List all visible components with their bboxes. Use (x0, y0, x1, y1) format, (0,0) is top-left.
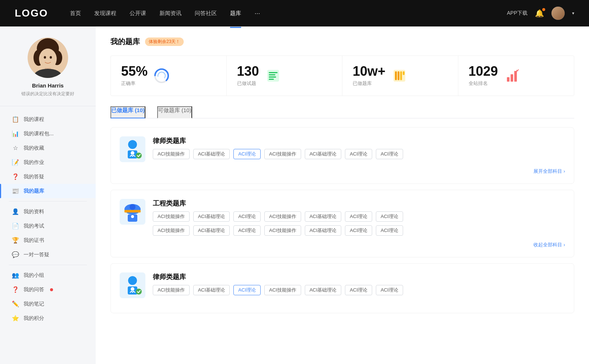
nav-qa[interactable]: 问答社区 (195, 8, 217, 18)
sidebar-item-label: 我的作业 (24, 159, 44, 166)
sidebar-item-label: 我的资料 (24, 208, 44, 215)
nav-home[interactable]: 首页 (70, 8, 81, 18)
qbank-footer-1: 展开全部科目 › (120, 168, 565, 175)
qbank-tag[interactable]: ACI基础理论 (305, 285, 342, 295)
nav-discover[interactable]: 发现课程 (94, 8, 116, 18)
qbank-tag-active[interactable]: ACI理论 (233, 285, 261, 295)
expand-button-1[interactable]: 展开全部科目 › (533, 168, 565, 175)
user-avatar[interactable] (551, 7, 565, 20)
sidebar-item-favorites[interactable]: ☆ 我的收藏 (0, 141, 96, 155)
svg-point-27 (131, 151, 134, 155)
qbank-tag[interactable]: ACI理论 (345, 211, 372, 222)
svg-point-37 (136, 289, 142, 295)
sidebar-item-label: 我的证书 (24, 237, 44, 244)
sidebar-item-certs[interactable]: 🏆 我的证书 (0, 233, 96, 247)
rank-bar-icon (504, 68, 520, 84)
trial-badge: 体验剩余23天！ (145, 38, 184, 46)
qbank-tag[interactable]: ACI理论 (233, 225, 261, 236)
qbank-tag[interactable]: ACI基础理论 (305, 211, 342, 222)
qbank-tags-1: ACI技能操作 ACI基础理论 ACI理论 ACI技能操作 ACI基础理论 AC… (153, 149, 565, 159)
questions-list-icon (265, 68, 281, 84)
qbank-tag[interactable]: ACI基础理论 (193, 211, 230, 222)
qbank-header-3: 律师类题库 ACI技能操作 ACI基础理论 ACI理论 ACI技能操作 ACI基… (120, 272, 565, 298)
svg-rect-30 (124, 210, 141, 213)
qbank-tag[interactable]: ACI技能操作 (264, 225, 301, 236)
qbank-tag[interactable]: ACI技能操作 (153, 225, 190, 236)
qbank-tag-active[interactable]: ACI理论 (233, 149, 261, 159)
sidebar-item-packages[interactable]: 📊 我的课程包... (0, 126, 96, 141)
stat-questions: 130 已做试题 (227, 56, 343, 96)
svg-rect-18 (395, 71, 397, 80)
stat-rank: 1029 全站排名 (458, 56, 574, 96)
sidebar-item-qa[interactable]: ❓ 我的答疑 (0, 169, 96, 184)
stat-text: 130 已做试题 (237, 65, 259, 87)
qbank-tags-row2-2: ACI技能操作 ACI基础理论 ACI理论 ACI技能操作 ACI基础理论 AC… (153, 225, 565, 236)
sidebar-item-label: 我的小组 (24, 272, 44, 279)
qbank-tag[interactable]: ACI理论 (376, 211, 403, 222)
qbank-tag[interactable]: ACI技能操作 (264, 149, 301, 159)
svg-point-25 (128, 140, 137, 149)
notification-bell[interactable]: 🔔 (535, 9, 544, 18)
qbank-tag[interactable]: ACI理论 (345, 225, 372, 236)
stat-banks: 10w+ 已做题库 (342, 56, 458, 96)
qbank-tag[interactable]: ACI理论 (376, 225, 403, 236)
avatar-image (28, 38, 68, 78)
sidebar-item-answers[interactable]: ❓ 我的问答 (0, 282, 96, 297)
sidebar-item-exams[interactable]: 📄 我的考试 (0, 219, 96, 233)
sidebar-item-notes[interactable]: ✏️ 我的笔记 (0, 297, 96, 311)
sidebar-item-1v1[interactable]: 💬 一对一答疑 (0, 247, 96, 262)
svg-point-33 (131, 215, 134, 218)
sidebar-item-qbank[interactable]: 📰 我的题库 (0, 184, 96, 198)
stat-value-accuracy: 55% (121, 65, 148, 78)
nav-open-course[interactable]: 公开课 (130, 8, 146, 18)
qbank-tag[interactable]: ACI理论 (376, 149, 403, 159)
qbank-tag[interactable]: ACI基础理论 (193, 149, 230, 159)
qbank-tag[interactable]: ACI技能操作 (153, 285, 190, 295)
qbank-tag[interactable]: ACI基础理论 (305, 149, 342, 159)
qbank-tag[interactable]: ACI基础理论 (305, 225, 342, 236)
nav-more[interactable]: ··· (254, 10, 260, 17)
sidebar-item-groups[interactable]: 👥 我的小组 (0, 268, 96, 282)
sidebar-item-label: 我的积分 (24, 315, 44, 322)
svg-rect-22 (507, 77, 509, 82)
user-dropdown-icon[interactable]: ▾ (572, 11, 574, 16)
tab-done-banks[interactable]: 已做题库 (10) (110, 106, 145, 118)
qbank-tag[interactable]: ACI理论 (376, 285, 403, 295)
sidebar-item-courses[interactable]: 📋 我的课程 (0, 112, 96, 126)
svg-rect-23 (511, 74, 513, 82)
app-download-button[interactable]: APP下载 (507, 10, 528, 17)
qbank-tag[interactable]: ACI理论 (233, 211, 261, 222)
notification-dot (542, 8, 545, 11)
stat-text: 1029 全站排名 (469, 65, 498, 87)
logo[interactable]: LOGO (15, 7, 48, 19)
avatar (28, 38, 68, 78)
qbank-tag[interactable]: ACI理论 (345, 149, 372, 159)
favorites-icon: ☆ (12, 144, 19, 151)
sidebar-item-profile[interactable]: 👤 我的资料 (0, 204, 96, 219)
profile-icon: 👤 (12, 208, 19, 215)
collapse-button-2[interactable]: 收起全部科目 › (533, 242, 565, 248)
sidebar-item-homework[interactable]: 📝 我的作业 (0, 155, 96, 169)
certs-icon: 🏆 (12, 237, 19, 244)
tab-available-banks[interactable]: 可做题库 (10) (157, 106, 192, 118)
qbank-tag[interactable]: ACI技能操作 (264, 211, 301, 222)
nav-qbank[interactable]: 题库 (230, 8, 241, 18)
qbank-tag[interactable]: ACI技能操作 (264, 285, 301, 295)
qbank-tag[interactable]: ACI技能操作 (153, 149, 190, 159)
sidebar-item-points[interactable]: ⭐ 我的积分 (0, 311, 96, 325)
exams-icon: 📄 (12, 222, 19, 229)
svg-point-36 (131, 287, 134, 291)
sidebar-profile: Brian Harris 错误的决定比没有决定要好 (0, 38, 96, 106)
user-name: Brian Harris (32, 82, 64, 89)
qbank-tag[interactable]: ACI技能操作 (153, 211, 190, 222)
stat-accuracy: 55% 正确率 (111, 56, 227, 96)
nav-news[interactable]: 新闻资讯 (159, 8, 181, 18)
qbank-tag[interactable]: ACI基础理论 (193, 225, 230, 236)
svg-point-4 (39, 49, 57, 69)
sidebar-item-label: 我的课程 (24, 116, 44, 123)
sidebar-item-label: 我的收藏 (24, 145, 44, 151)
courses-icon: 📋 (12, 116, 19, 123)
qbank-tag[interactable]: ACI基础理论 (193, 285, 230, 295)
svg-point-11 (158, 72, 165, 79)
qbank-tag[interactable]: ACI理论 (345, 285, 372, 295)
